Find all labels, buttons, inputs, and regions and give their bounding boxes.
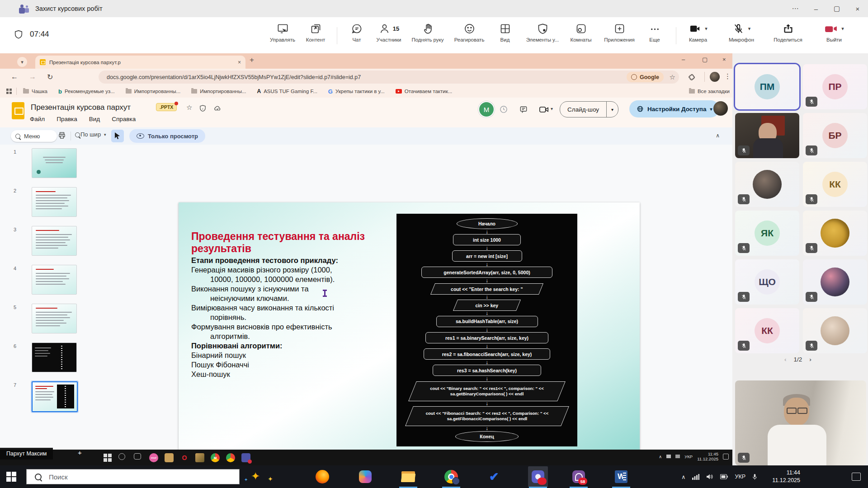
browser-profile-avatar[interactable]: [710, 72, 720, 82]
toolbar-camera-button[interactable]: ▾ Камера: [676, 23, 720, 42]
participant-tile-photo-2[interactable]: [803, 308, 867, 353]
taskbar-clock[interactable]: 11:44 11.12.2025: [772, 469, 800, 484]
version-history-icon[interactable]: [499, 105, 508, 114]
bookmark-item[interactable]: bРекомендуемые уз...: [58, 88, 115, 95]
volume-icon[interactable]: [706, 474, 713, 480]
browser-maximize-button[interactable]: ▢: [702, 56, 708, 63]
mic-chevron-icon[interactable]: ▾: [748, 26, 751, 32]
toolbar-mic-button[interactable]: ▾ Микрофон: [720, 23, 763, 42]
meet-present-icon[interactable]: [539, 105, 549, 114]
leave-chevron-icon[interactable]: ▾: [841, 26, 844, 32]
back-icon[interactable]: ←: [11, 73, 18, 81]
menu-view[interactable]: Вид: [89, 116, 100, 122]
toolbar-leave-button[interactable]: ▾ Выйти: [809, 23, 859, 42]
bookmark-item[interactable]: GУкрепы тактики в у...: [328, 88, 385, 95]
extensions-icon[interactable]: [688, 73, 696, 81]
window-maximize-button[interactable]: ▢: [826, 0, 847, 17]
window-minimize-button[interactable]: –: [806, 0, 826, 17]
action-center-icon[interactable]: [852, 473, 861, 481]
bookmark-item[interactable]: Чашка: [23, 89, 47, 94]
slide-thumbnail-4[interactable]: [32, 265, 77, 295]
participant-tile-yak[interactable]: ЯК: [735, 211, 799, 256]
select-cursor-tool[interactable]: [111, 130, 124, 142]
bookmark-item[interactable]: Импортированны...: [126, 89, 180, 94]
sparkle-icon[interactable]: ✦: [251, 470, 260, 483]
zoom-fit-select[interactable]: По шир ▾: [80, 131, 106, 138]
menus-search-button[interactable]: Меню: [11, 130, 57, 142]
slide-canvas[interactable]: Проведення тестування та аналіз результа…: [179, 202, 640, 462]
slide-thumbnail-3[interactable]: [32, 226, 77, 256]
toolbar-raise-hand-button[interactable]: Поднять руку: [406, 23, 449, 42]
reload-icon[interactable]: ↻: [47, 73, 53, 81]
battery-icon[interactable]: [720, 474, 728, 479]
slide-thumbnail-1[interactable]: [32, 148, 77, 178]
taskbar-word-icon[interactable]: W: [613, 469, 629, 485]
toolbar-view-button[interactable]: Вид: [483, 23, 527, 42]
slideshow-button[interactable]: Слайд-шоу ▾: [560, 101, 618, 117]
network-icon[interactable]: [692, 474, 699, 480]
bookmark-item[interactable]: Отачиваем тактик...: [396, 89, 453, 94]
main-speaker-video[interactable]: [735, 380, 866, 465]
cloud-saved-icon[interactable]: [213, 104, 222, 112]
taskbar-copilot-icon[interactable]: [357, 469, 373, 485]
print-icon[interactable]: [58, 131, 66, 140]
toolbar-content-button[interactable]: Контент: [294, 23, 337, 42]
menu-file[interactable]: Файл: [30, 116, 45, 122]
tab-close-icon[interactable]: ×: [238, 59, 241, 66]
present-chevron-icon[interactable]: ▾: [551, 106, 553, 111]
new-tab-button[interactable]: +: [250, 56, 254, 65]
window-close-button[interactable]: ×: [847, 0, 868, 17]
taskbar-explorer-icon[interactable]: [400, 469, 416, 485]
participant-tile-pm[interactable]: ПМ: [735, 64, 799, 109]
language-indicator[interactable]: УКР: [735, 474, 745, 480]
taskbar-check-app-icon[interactable]: ✔: [486, 469, 502, 485]
slide-thumbnail-7-selected[interactable]: [32, 381, 78, 412]
participant-tile-kk2[interactable]: КК: [735, 308, 799, 353]
taskbar-chrome-icon[interactable]: [443, 469, 459, 485]
url-bar[interactable]: docs.google.com/presentation/d/1arX5io4L…: [99, 70, 679, 84]
all-bookmarks-button[interactable]: Все закладки: [689, 89, 730, 94]
participant-tile-photo-anime[interactable]: [803, 259, 867, 305]
participant-tile-kk1[interactable]: КК: [803, 162, 867, 207]
participant-tile-video[interactable]: [735, 113, 799, 158]
share-access-button[interactable]: Настройки Доступа ▾: [629, 100, 719, 117]
page-next-icon[interactable]: ›: [809, 356, 811, 363]
slide-thumbnail-5[interactable]: [32, 304, 77, 333]
slide-thumbnail-6[interactable]: [32, 343, 77, 372]
toolbar-rooms-button[interactable]: Комнаты: [559, 23, 603, 42]
participant-tile-shcho[interactable]: ЩО: [735, 259, 799, 305]
toolbar-elements-button[interactable]: Элементы у...: [521, 23, 564, 42]
taskbar-firefox-icon[interactable]: [314, 469, 330, 485]
toolbar-share-button[interactable]: Поделиться: [766, 23, 810, 42]
google-search-chip[interactable]: Google: [627, 72, 664, 82]
camera-chevron-icon[interactable]: ▾: [705, 26, 708, 32]
participant-tile-photo-1[interactable]: [735, 162, 799, 207]
toolbar-more-button[interactable]: Еще: [633, 23, 676, 42]
taskbar-search[interactable]: Поиск: [26, 469, 240, 484]
participant-tile-photo-gold[interactable]: [803, 211, 867, 256]
participant-tile-br[interactable]: БР: [803, 113, 867, 158]
browser-tab[interactable]: Презентація курсова пархут.p ×: [35, 56, 245, 69]
slide-thumbnail-2[interactable]: [32, 187, 77, 217]
document-title[interactable]: Презентація курсова пархут: [31, 103, 131, 112]
access-chevron-icon[interactable]: ▾: [710, 107, 712, 112]
window-more-button[interactable]: ⋯: [785, 0, 806, 17]
approvals-icon[interactable]: [199, 104, 207, 112]
page-prev-icon[interactable]: ‹: [784, 356, 787, 363]
start-button[interactable]: [6, 472, 16, 482]
browser-close-button[interactable]: ×: [722, 56, 726, 63]
bookmark-item[interactable]: AASUS TUF Gaming F...: [257, 88, 317, 94]
collaborator-avatar[interactable]: M: [478, 101, 495, 117]
view-only-chip[interactable]: Только просмотр: [129, 129, 205, 143]
browser-menu-icon[interactable]: ⋮: [724, 72, 731, 80]
tray-mic-icon[interactable]: [752, 474, 757, 480]
apps-grid-icon[interactable]: [6, 89, 12, 94]
user-avatar[interactable]: [713, 101, 728, 116]
taskbar-teams-icon-active[interactable]: [528, 466, 548, 487]
zoom-in-icon[interactable]: [75, 132, 80, 137]
hidden-icons-chevron[interactable]: ∧: [681, 474, 685, 480]
overlay-plus-icon[interactable]: +: [78, 449, 82, 456]
toolbar-participants-button[interactable]: 15 Участники: [367, 23, 410, 42]
browser-minimize-button[interactable]: –: [682, 56, 685, 63]
taskbar-viber-icon[interactable]: 58: [571, 469, 587, 485]
